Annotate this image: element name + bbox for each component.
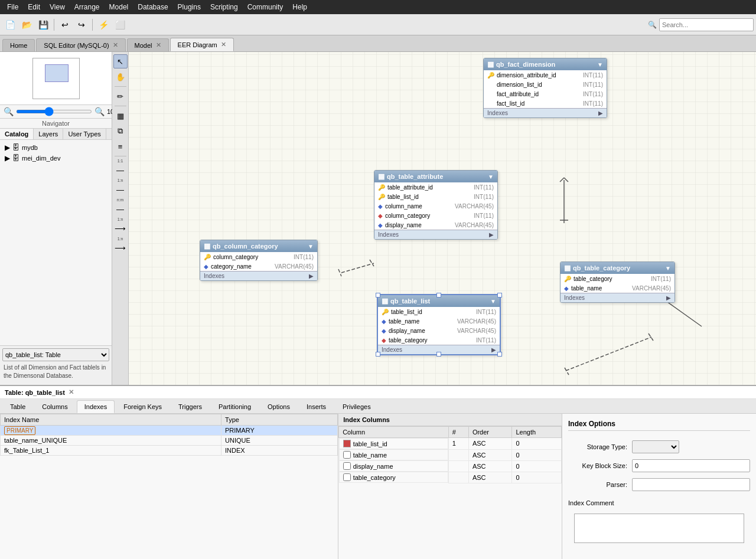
index-row-unique[interactable]: table_name_UNIQUE UNIQUE [1,436,338,446]
icol-checkbox-3[interactable] [343,473,351,481]
eer-table-qb-column-category[interactable]: ▦qb_column_category ▼ 🔑 column_category … [200,240,318,281]
tab-sql-close[interactable]: ✕ [113,41,118,49]
eer-footer-2[interactable]: Indexes ▶ [200,271,317,280]
tab-home[interactable]: Home [2,39,35,51]
eer-footer-0[interactable]: Indexes ▶ [484,108,607,117]
panel-tab-layers[interactable]: Layers [34,129,63,139]
selection-handle-tl[interactable] [376,293,380,298]
eer-footer-expand-2[interactable]: ▶ [309,273,314,279]
menu-plugins[interactable]: Plugins [173,2,206,12]
tool-select[interactable]: ↖ [113,54,128,68]
icol-checkbox-0[interactable] [343,440,351,447]
tool-view[interactable]: ⧉ [113,124,128,138]
menu-arrange[interactable]: Arrange [70,2,105,12]
btab-options[interactable]: Options [260,400,298,413]
tool-hand[interactable]: ✋ [113,70,128,84]
parser-input[interactable] [632,478,750,491]
eer-table-qb-table-attribute[interactable]: ▦qb_table_attribute ▼ 🔑 table_attribute_… [374,170,498,240]
menu-scripting[interactable]: Scripting [206,2,243,12]
tab-eer-close[interactable]: ✕ [221,41,226,48]
tree-item-mydb[interactable]: ▶ 🗄 mydb [2,142,109,153]
btab-privileges[interactable]: Privileges [335,400,379,413]
tool-rel-1n[interactable]: — [113,182,128,197]
key-block-size-input[interactable] [632,459,750,472]
index-row-fk[interactable]: fk_Table_List_1 INDEX [1,446,338,456]
undo-button[interactable]: ↩ [57,17,73,32]
open-button[interactable]: 📂 [19,17,34,32]
tab-eer-diagram[interactable]: EER Diagram ✕ [170,38,234,51]
icol-checkbox-1[interactable] [343,451,351,459]
selection-handle-bl[interactable] [376,352,380,357]
zoom-out-button[interactable]: 🔍 [4,107,14,116]
eer-footer-4[interactable]: Indexes ▶ [561,293,674,302]
eer-expand-qb-column-category[interactable]: ▼ [308,243,314,250]
tab-model-close[interactable]: ✕ [156,41,161,49]
bottom-panel-close[interactable]: ✕ [69,388,74,396]
eer-expand-qb-fact-dimension[interactable]: ▼ [597,61,603,68]
eer-row-1-1: 🔑 table_list_id INT(11) [374,192,497,201]
rel-label-11: 1:1 [118,159,123,163]
new-button[interactable]: 📄 [2,17,18,32]
btab-foreign-keys[interactable]: Foreign Keys [116,400,170,413]
btab-table[interactable]: Table [2,400,33,413]
eer-footer-expand-0[interactable]: ▶ [598,110,603,116]
index-row-primary[interactable]: PRIMARY PRIMARY [1,426,338,436]
stop-button[interactable]: ⬜ [112,17,128,32]
search-input[interactable] [659,18,754,31]
btab-indexes[interactable]: Indexes [77,400,115,413]
zoom-in-button[interactable]: 🔍 [94,107,105,116]
panel-tab-user-types[interactable]: User Types [63,129,106,139]
tree-item-mei-dim-dev[interactable]: ▶ 🗄 mei_dim_dev [2,153,109,164]
selection-handle-bm[interactable] [436,352,441,357]
selection-handle-tr[interactable] [497,293,502,298]
selection-handle-br[interactable] [497,352,502,357]
menu-view[interactable]: View [45,2,70,12]
icol-checkbox-2[interactable] [343,462,351,470]
redo-button[interactable]: ↪ [74,17,89,32]
zoom-slider[interactable] [16,110,92,113]
tab-sql-editor[interactable]: SQL Editor (MySQL-0) ✕ [36,38,125,51]
eer-table-qb-fact-dimension[interactable]: ▦qb_fact_dimension ▼ 🔑 dimension_attribu… [483,58,607,118]
btab-partitioning[interactable]: Partitioning [211,400,259,413]
btab-columns[interactable]: Columns [34,400,75,413]
tool-rel-nm[interactable]: — [113,202,128,216]
btab-triggers[interactable]: Triggers [171,400,210,413]
object-select-dropdown[interactable]: qb_table_list: Table [2,348,109,361]
menu-file[interactable]: File [2,2,23,12]
eer-header-qb-table-attribute: ▦qb_table_attribute ▼ [374,171,497,182]
storage-type-select[interactable] [632,440,679,453]
eer-expand-qb-table-list[interactable]: ▼ [490,298,496,305]
tool-table[interactable]: ▦ [113,109,128,123]
eer-expand-qb-table-category[interactable]: ▼ [665,265,671,272]
menu-community[interactable]: Community [243,2,288,12]
eer-expand-qb-table-attribute[interactable]: ▼ [488,174,494,180]
tab-model[interactable]: Model ✕ [127,38,169,51]
eer-table-qb-table-list[interactable]: ▦qb_table_list ▼ 🔑 table_list_id INT(11)… [377,294,501,355]
tool-rel-11[interactable]: — [113,163,128,177]
tool-erase[interactable]: ✏ [113,89,128,103]
tool-rel-fk1[interactable]: ⟶ [113,221,128,236]
tool-separator-2 [115,106,126,106]
panel-tab-catalog[interactable]: Catalog [0,129,34,139]
menu-model[interactable]: Model [105,2,133,12]
menu-database[interactable]: Database [133,2,172,12]
menu-edit[interactable]: Edit [23,2,45,12]
tool-rel-fk2[interactable]: ⟶ [113,241,128,255]
diagram-canvas[interactable]: ▦qb_fact_dimension ▼ 🔑 dimension_attribu… [129,52,756,385]
eer-footer-expand-3[interactable]: ▶ [491,346,496,353]
eer-table-qb-table-category[interactable]: ▦qb_table_category ▼ 🔑 table_category IN… [560,261,675,303]
tool-group-11: 1:1 — [113,159,128,177]
key-icon-gold-3-0: 🔑 [382,309,389,315]
save-button[interactable]: 💾 [35,17,51,32]
eer-footer-1[interactable]: Indexes ▶ [374,230,497,239]
execute-button[interactable]: ⚡ [96,17,111,32]
index-comment-textarea[interactable] [574,514,744,543]
menu-help[interactable]: Help [288,2,312,12]
eer-header-qb-fact-dimension: ▦qb_fact_dimension ▼ [484,58,607,70]
table-icon-2: ▦ [378,172,384,181]
eer-footer-expand-1[interactable]: ▶ [489,231,494,238]
selection-handle-tm[interactable] [436,293,441,298]
btab-inserts[interactable]: Inserts [299,400,334,413]
eer-footer-expand-4[interactable]: ▶ [666,295,671,301]
tool-routine[interactable]: ≡ [113,139,128,153]
